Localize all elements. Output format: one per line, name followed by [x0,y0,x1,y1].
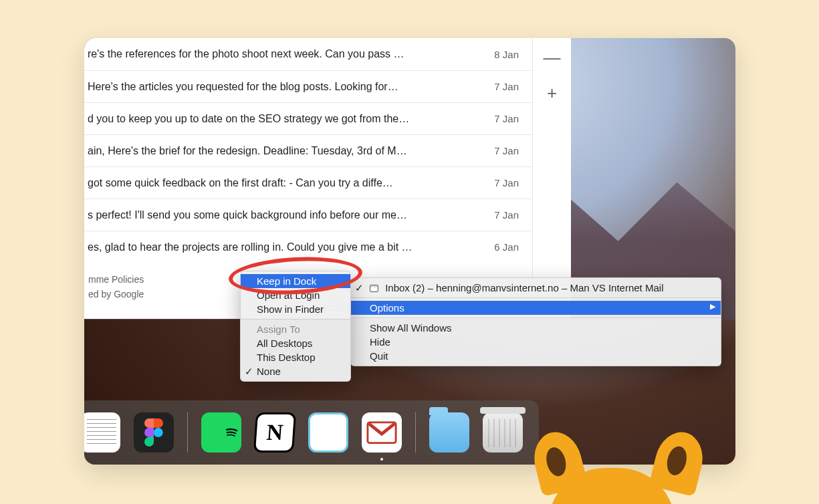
add-addon-icon[interactable]: + [547,83,557,104]
submenu-show-in-finder[interactable]: Show in Finder [241,302,350,316]
email-date: 7 Jan [474,113,519,124]
svg-point-0 [154,428,163,437]
email-preview: got some quick feedback on the first dra… [84,177,474,189]
email-date: 7 Jan [474,209,519,221]
email-date: 8 Jan [474,49,519,60]
menu-options-label: Options [370,302,404,313]
dock-running-indicator [380,458,383,461]
mail-addons-sidebar: — + [532,38,571,319]
submenu-assign-to-header: Assign To [241,322,350,336]
menu-separator [241,319,350,320]
dock-divider [187,412,188,453]
menu-quit[interactable]: Quit [351,349,721,363]
dock-app-spotify[interactable] [201,412,241,453]
email-row[interactable]: es, glad to hear the projects are rollin… [84,231,532,263]
submenu-open-at-login[interactable]: Open at Login [241,288,350,302]
email-date: 7 Jan [474,81,519,92]
email-preview: s perfect! I'll send you some quick back… [84,209,474,221]
dock-app-gmail[interactable] [362,412,402,453]
figma-icon [144,418,163,447]
email-row[interactable]: s perfect! I'll send you some quick back… [84,199,532,231]
screenshot-frame: re's the references for the photo shoot … [84,38,735,465]
decorative-fox-illustration [528,448,695,504]
email-preview: d you to keep you up to date on the SEO … [84,113,474,125]
email-preview: Here's the articles you requested for th… [84,81,474,93]
window-icon [370,285,378,292]
submenu-this-desktop[interactable]: This Desktop [241,350,350,364]
dock-app-figma[interactable] [134,412,174,453]
email-date: 6 Jan [474,241,519,253]
email-row[interactable]: re's the references for the photo shoot … [84,38,532,70]
email-date: 7 Jan [474,177,519,188]
menu-options[interactable]: Options [351,301,721,315]
email-preview: es, glad to hear the projects are rollin… [84,241,474,253]
dock-context-menu: Inbox (2) – henning@manvsinternet.no – M… [350,277,721,366]
email-preview: re's the references for the photo shoot … [84,48,474,60]
email-preview: ain, Here's the brief for the redesign. … [84,145,474,157]
email-row[interactable]: d you to keep you up to date on the SEO … [84,102,532,134]
collapse-icon[interactable]: — [544,47,561,68]
email-list: re's the references for the photo shoot … [84,38,532,263]
menu-separator [351,297,721,298]
submenu-none[interactable]: None [241,364,350,378]
dock-app-notes[interactable] [84,412,120,453]
gmail-icon [366,421,397,445]
dock-app-notion[interactable]: N [253,412,296,453]
email-row[interactable]: Here's the articles you requested for th… [84,70,532,102]
dock-trash[interactable] [483,412,523,453]
menu-separator [351,318,721,318]
menu-window-label: Inbox (2) – henning@manvsinternet.no – M… [385,282,663,293]
menu-show-all-windows[interactable]: Show All Windows [351,321,721,335]
dock-app-unknown-circle[interactable] [308,412,348,453]
email-date: 7 Jan [474,145,519,156]
dock-downloads-folder[interactable] [429,412,469,453]
email-row[interactable]: ain, Here's the brief for the redesign. … [84,134,532,166]
email-row[interactable]: got some quick feedback on the first dra… [84,166,532,199]
spotify-icon [222,422,241,442]
dock: N [84,400,539,465]
submenu-keep-in-dock[interactable]: Keep in Dock [241,274,350,288]
options-submenu: Keep in Dock Open at Login Show in Finde… [240,271,351,382]
submenu-all-desktops[interactable]: All Desktops [241,336,350,350]
menu-window-item[interactable]: Inbox (2) – henning@manvsinternet.no – M… [351,281,721,295]
dock-divider [415,412,416,453]
menu-hide[interactable]: Hide [351,335,721,349]
